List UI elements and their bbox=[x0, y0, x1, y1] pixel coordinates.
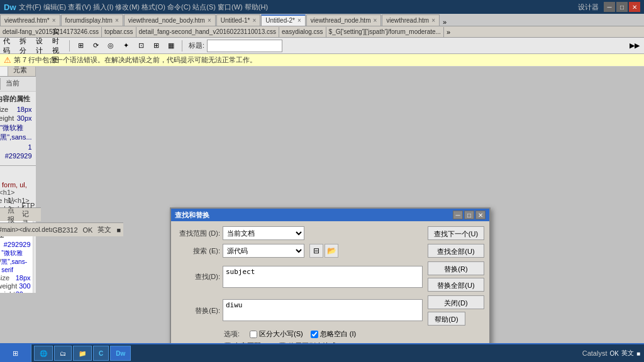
tab-bar: viewthread.htm*× forumdisplay.htm× viewt… bbox=[0, 14, 644, 26]
split-label: 拆分 bbox=[19, 36, 32, 55]
dialog-window-controls: ─ □ ✕ bbox=[453, 211, 486, 219]
file-tab-1[interactable]: detail-fang_v20151214173246.css bbox=[0, 27, 102, 37]
main-area: ⊞ ↖ ✋ 🔍 { } ⊟ ✓ 🔗 ⟹ ⬜ 26 27 <div id="act… bbox=[0, 67, 644, 293]
find-textarea[interactable] bbox=[223, 266, 423, 288]
all-tab[interactable]: 全部 bbox=[0, 78, 1, 90]
find-input-row: 查找(D): 替换(R) 替换全部(U) bbox=[176, 261, 484, 292]
dialog-maximize[interactable]: □ bbox=[464, 211, 474, 219]
tab-untitled-1[interactable]: Untitled-1*× bbox=[216, 14, 261, 26]
maximize-button[interactable]: □ bbox=[616, 2, 628, 12]
toolbar-icons: ⊞ ⟳ ◎ ✦ ⊡ ⊞ ▦ bbox=[74, 39, 178, 53]
dialog-close-win[interactable]: ✕ bbox=[475, 211, 486, 219]
tab-forumdisplay[interactable]: forumdisplay.htm× bbox=[61, 14, 123, 26]
tb-icon-6[interactable]: ⊞ bbox=[149, 39, 163, 53]
toolbar-sep-2 bbox=[182, 40, 182, 52]
current-tab[interactable]: 当前 bbox=[3, 78, 22, 90]
tab-viewthread2[interactable]: viewthread.htm× bbox=[382, 14, 440, 26]
find-next-btn[interactable]: 查找下一个(U) bbox=[428, 226, 484, 240]
prop-zoom: zoom 1 bbox=[0, 143, 32, 151]
toolbar-sep-1 bbox=[69, 40, 70, 52]
file-tab-5[interactable]: $_G['setting']['jspath']/forum_moderate.… bbox=[326, 27, 444, 37]
close-button[interactable]: ✕ bbox=[629, 2, 640, 12]
regex-icon-btn[interactable]: ⊟ bbox=[309, 244, 323, 258]
dialog-title: 查找和替换 bbox=[175, 211, 209, 220]
tb-icon-3[interactable]: ◎ bbox=[104, 39, 118, 53]
prop-line-height: line-height 30px bbox=[0, 114, 32, 122]
attr-color: color #292929 bbox=[0, 241, 31, 248]
all-current-tabs: 全部 当前 bbox=[0, 77, 36, 92]
error-icon: ⚠ bbox=[4, 55, 11, 65]
app-logo: Dw bbox=[4, 3, 16, 12]
tab-viewthread[interactable]: viewthread.htm*× bbox=[0, 14, 60, 26]
attr-font-weight: font-weight 300 bbox=[0, 282, 31, 290]
attr-line-height: line-height 30px bbox=[0, 290, 31, 293]
tab-overflow[interactable]: » bbox=[440, 18, 449, 26]
find-replace-dialog: 查找和替换 ─ □ ✕ 查找范围 (D): 当前文档 查找下一个(U) 搜索 (… bbox=[170, 207, 491, 293]
properties-section: 所选内容的属性 font-size 18px line-height 30px … bbox=[0, 92, 36, 163]
panel-sep-1 bbox=[0, 165, 36, 166]
file-tab-4[interactable]: easydialog.css bbox=[279, 27, 326, 37]
tab-viewthread-node-body[interactable]: viewthread_node_body.htm× bbox=[124, 14, 216, 26]
find-textarea-container bbox=[223, 266, 423, 288]
tab-viewthread-node[interactable]: viewthread_node.htm× bbox=[306, 14, 381, 26]
toolbar: 代码 拆分 设计 实时视图 ⊞ ⟳ ◎ ✦ ⊡ ⊞ ▦ 标题: ▶▶ bbox=[0, 38, 644, 54]
tb-icon-4[interactable]: ✦ bbox=[119, 39, 133, 53]
right-panel: Adobe BrowserLab ▼ 插入 CSS样式 AP 元素 全部 当前 … bbox=[0, 67, 36, 293]
replace-all-btn[interactable]: 替换全部(U) bbox=[428, 278, 484, 292]
find-scope-row: 查找范围 (D): 当前文档 查找下一个(U) bbox=[176, 226, 484, 240]
file-tab-2[interactable]: topbar.css bbox=[102, 27, 136, 37]
title-field-label: 标题: bbox=[189, 41, 204, 50]
find-all-btn[interactable]: 查找全部(U) bbox=[428, 244, 484, 258]
minimize-button[interactable]: ─ bbox=[604, 2, 615, 12]
replace-btns: 替换(R) 替换全部(U) bbox=[428, 261, 484, 292]
find-scope-label: 查找范围 (D): bbox=[176, 229, 220, 238]
tab-untitled-2[interactable]: Untitled-2*× bbox=[261, 14, 306, 26]
status-ok: OK bbox=[83, 226, 93, 234]
split-view-button[interactable]: 拆分 bbox=[19, 39, 33, 53]
replace-btn[interactable]: 替换(R) bbox=[428, 261, 484, 275]
rules-title: 规则 bbox=[0, 170, 32, 180]
ap-tab[interactable]: AP 元素 bbox=[8, 67, 36, 76]
file-tab-more[interactable]: » bbox=[444, 28, 453, 36]
code-label: 代码 bbox=[3, 36, 16, 55]
file-tab-3[interactable]: detail_fang-second_hand_v20160223110013.… bbox=[136, 27, 280, 37]
status-right: GB2312 OK 英文 ■ bbox=[52, 225, 121, 234]
app-title: 文件(F) 编辑(E) 查看(V) 插入(I) 修改(M) 格式(O) 命令(C… bbox=[19, 3, 269, 12]
css-tab[interactable]: CSS样式 bbox=[0, 67, 8, 76]
search-in-select[interactable]: 源代码 bbox=[223, 244, 304, 258]
designer-label: 设计器 bbox=[578, 3, 599, 12]
tb-icon-7[interactable]: ▦ bbox=[164, 39, 178, 53]
error-message: 第 7 行中包含一个语法错误。在解决此错误之前，代码提示可能无法正常工作。 bbox=[14, 55, 257, 65]
folder-icon-btn[interactable]: 📂 bbox=[325, 244, 338, 258]
attr-font-size: font-size 18px bbox=[0, 274, 31, 282]
dialog-title-bar: 查找和替换 ─ □ ✕ bbox=[171, 209, 489, 221]
status-path: <body><div#content.clearfix><section#mai… bbox=[0, 226, 52, 233]
search-in-row: 搜索 (E): 源代码 ⊟ 📂 查找全部(U) bbox=[176, 244, 484, 258]
design-view-button[interactable]: 设计 bbox=[35, 39, 49, 53]
title-input[interactable] bbox=[207, 40, 282, 52]
tb-icon-1[interactable]: ⊞ bbox=[74, 39, 87, 53]
title-bar: Dw 文件(F) 编辑(E) 查看(V) 插入(I) 修改(M) 格式(O) 命… bbox=[0, 0, 644, 14]
left-tools: ⊞ ↖ ✋ 🔍 { } ⊟ ✓ 🔗 ⟹ ⬜ 26 27 <div id="act… bbox=[0, 67, 14, 293]
attr-font-family: font-family "微软雅黑",sans-serif bbox=[0, 249, 31, 273]
prop-font-family: font-family "微软雅黑",sans... bbox=[0, 123, 32, 142]
status-size: ■ bbox=[116, 226, 121, 234]
properties-title: 所选内容的属性 bbox=[0, 94, 32, 104]
dialog-minimize[interactable]: ─ bbox=[453, 211, 463, 219]
dialog-body: 查找范围 (D): 当前文档 查找下一个(U) 搜索 (E): 源代码 ⊟ 📂 … bbox=[171, 221, 489, 293]
search-in-label: 搜索 (E): bbox=[176, 246, 220, 256]
prop-color: color #292929 bbox=[0, 152, 32, 160]
right-css-tabs: CSS样式 AP 元素 bbox=[0, 67, 36, 77]
status-lang: 英文 bbox=[97, 225, 111, 234]
live-view-button[interactable]: 实时视图 bbox=[52, 39, 65, 53]
tb-icon-2[interactable]: ⟳ bbox=[89, 39, 103, 53]
tb-right-icons[interactable]: ▶▶ bbox=[628, 39, 641, 53]
encoding-label: GB2312 bbox=[52, 226, 77, 234]
file-tab-bar: detail-fang_v20151214173246.css topbar.c… bbox=[0, 26, 644, 38]
find-label: 查找(D): bbox=[176, 272, 220, 282]
bottom-bar: 验证 链接检查器 站点报告 FTP记录 bbox=[0, 207, 41, 221]
status-bar: <body><div#content.clearfix><section#mai… bbox=[0, 222, 123, 236]
find-scope-select[interactable]: 当前文档 bbox=[223, 226, 304, 240]
tb-icon-5[interactable]: ⊡ bbox=[134, 39, 148, 53]
code-view-button[interactable]: 代码 bbox=[3, 39, 16, 53]
